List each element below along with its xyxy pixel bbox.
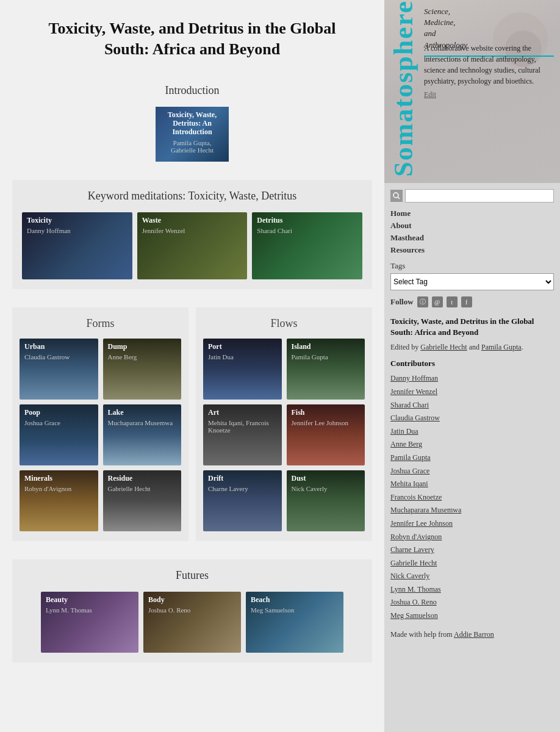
intro-section: Introduction Toxicity, Waste, Detritus: …	[12, 84, 372, 162]
nav-item-home[interactable]: Home	[390, 207, 554, 218]
svg-point-0	[393, 193, 398, 198]
keyword-card-detritus[interactable]: Detritus Sharad Chari	[252, 212, 362, 279]
nav-item-resources[interactable]: Resources	[390, 244, 554, 255]
edited-by: Edited by Gabrielle Hecht and Pamila Gup…	[390, 342, 554, 353]
page-title: Toxicity, Waste, and Detritus in the Glo…	[12, 12, 372, 66]
sidebar: Somatosphere Science,Medicine,andAnthrop…	[384, 0, 560, 732]
intro-card-author: Pamila Gupta, Gabrielle Hecht	[160, 139, 224, 154]
list-item[interactable]: Pamila Gupta	[390, 451, 554, 465]
tags-select[interactable]: Select Tag	[390, 273, 554, 290]
nav-item-about[interactable]: About	[390, 220, 554, 231]
kw-title-waste: Waste	[142, 216, 243, 224]
futures-card-beauty[interactable]: BeautyLynn M. Thomas	[41, 592, 138, 653]
email-icon[interactable]: @	[432, 296, 443, 307]
keyword-section: Keyword meditations: Toxicity, Waste, De…	[12, 180, 372, 289]
sidebar-logo-area: Somatosphere Science,Medicine,andAnthrop…	[384, 0, 560, 183]
keyword-card-waste[interactable]: Waste Jennifer Wenzel	[137, 212, 248, 279]
list-item[interactable]: Lynn M. Thomas	[390, 583, 554, 597]
forms-card-lake[interactable]: LakeMuchaparara Musemwa	[103, 404, 182, 465]
intro-card-image: Toxicity, Waste, Detritus: An Introducti…	[156, 107, 229, 162]
twitter-icon[interactable]: t	[447, 296, 458, 307]
made-with: Made with help from Addie Barron	[390, 630, 554, 639]
forms-card-poop[interactable]: PoopJoshua Grace	[20, 404, 98, 465]
kw-author-waste: Jennifer Wenzel	[142, 227, 243, 234]
list-item[interactable]: Meg Samuelson	[390, 609, 554, 623]
list-item[interactable]: Jennifer Wenzel	[390, 386, 554, 399]
forms-flows-container: Forms UrbanClaudia Gastrow DumpAnne Berg…	[12, 307, 372, 541]
list-item[interactable]: Jatin Dua	[390, 425, 554, 439]
list-item[interactable]: Robyn d'Avignon	[390, 531, 554, 544]
forms-card-residue[interactable]: ResidueGabrielle Hecht	[103, 470, 182, 531]
list-item[interactable]: Nick Caverly	[390, 570, 554, 583]
list-item[interactable]: Joshua Grace	[390, 465, 554, 478]
search-bar	[390, 189, 554, 203]
search-icon	[390, 190, 403, 202]
forms-card-dump[interactable]: DumpAnne Berg	[103, 339, 182, 400]
nav-link-masthead[interactable]: Masthead	[390, 233, 424, 242]
facebook-icon[interactable]: f	[461, 296, 472, 307]
contributors-list: Danny Hoffman Jennifer Wenzel Sharad Cha…	[390, 372, 554, 622]
list-item[interactable]: Sharad Chari	[390, 399, 554, 412]
nav-link-home[interactable]: Home	[390, 209, 411, 218]
forms-card-minerals[interactable]: MineralsRobyn d'Avignon	[20, 470, 98, 531]
forms-heading: Forms	[20, 317, 181, 330]
svg-line-1	[398, 197, 400, 199]
sidebar-inner: Home About Masthead Resources Tags Selec…	[384, 183, 560, 648]
tags-label: Tags	[390, 261, 554, 271]
keyword-grid: Toxicity Danny Hoffman Waste Jennifer We…	[22, 212, 362, 279]
kw-title-detritus: Detritus	[257, 216, 357, 224]
flows-heading: Flows	[203, 317, 365, 330]
helper-link[interactable]: Addie Barron	[454, 630, 494, 639]
collection-title: Toxicity, Waste, and Detritus in the Glo…	[390, 316, 554, 338]
nav-link-resources[interactable]: Resources	[390, 245, 425, 254]
contributors-heading: Contributors	[390, 359, 554, 368]
kw-author-toxicity: Danny Hoffman	[27, 227, 127, 234]
flows-card-fish[interactable]: FishJennifer Lee Johnson	[287, 404, 365, 465]
forms-grid: UrbanClaudia Gastrow DumpAnne Berg PoopJ…	[20, 339, 181, 531]
main-content: Toxicity, Waste, and Detritus in the Glo…	[0, 0, 384, 732]
futures-card-beach[interactable]: BeachMeg Samuelson	[246, 592, 343, 653]
flows-section: Flows PortJatin Dua IslandPamila Gupta A…	[196, 307, 372, 541]
futures-grid: BeautyLynn M. Thomas BodyJoshua O. Reno …	[22, 592, 362, 653]
flows-grid: PortJatin Dua IslandPamila Gupta ArtMehi…	[203, 339, 365, 531]
list-item[interactable]: Charne Lavery	[390, 544, 554, 557]
flows-card-dust[interactable]: DustNick Caverly	[287, 470, 365, 531]
editor2-link[interactable]: Pamila Gupta	[481, 343, 522, 351]
nav-links: Home About Masthead Resources	[390, 207, 554, 255]
keyword-heading: Keyword meditations: Toxicity, Waste, De…	[22, 190, 362, 203]
sidebar-description: A collaborative website covering the int…	[424, 43, 554, 100]
futures-heading: Futures	[22, 569, 362, 582]
brand-name: Somatosphere	[390, 0, 417, 177]
forms-section: Forms UrbanClaudia Gastrow DumpAnne Berg…	[12, 307, 188, 541]
keyword-card-toxicity[interactable]: Toxicity Danny Hoffman	[22, 212, 132, 279]
intro-card[interactable]: Toxicity, Waste, Detritus: An Introducti…	[156, 107, 229, 162]
nav-link-about[interactable]: About	[390, 221, 412, 230]
kw-title-toxicity: Toxicity	[27, 216, 127, 224]
intro-heading: Introduction	[12, 84, 372, 97]
rss-icon[interactable]: ⓘ	[417, 296, 428, 307]
list-item[interactable]: Claudia Gastrow	[390, 412, 554, 425]
futures-card-body[interactable]: BodyJoshua O. Reno	[143, 592, 241, 653]
list-item[interactable]: Anne Berg	[390, 438, 554, 451]
edit-link[interactable]: Edit	[424, 89, 554, 100]
list-item[interactable]: Jennifer Lee Johnson	[390, 517, 554, 531]
list-item[interactable]: Danny Hoffman	[390, 372, 554, 386]
flows-card-drift[interactable]: DriftCharne Lavery	[203, 470, 282, 531]
kw-author-detritus: Sharad Chari	[257, 227, 357, 234]
follow-row: Follow ⓘ @ t f	[390, 296, 554, 307]
flows-card-art[interactable]: ArtMehita Iqani, Francois Knoetze	[203, 404, 282, 465]
list-item[interactable]: Joshua O. Reno	[390, 596, 554, 609]
flows-card-island[interactable]: IslandPamila Gupta	[287, 339, 365, 400]
follow-label: Follow	[390, 297, 414, 307]
search-input[interactable]	[405, 189, 554, 203]
futures-section: Futures BeautyLynn M. Thomas BodyJoshua …	[12, 559, 372, 662]
flows-card-port[interactable]: PortJatin Dua	[203, 339, 282, 400]
list-item[interactable]: Mehita Iqani	[390, 478, 554, 491]
intro-card-title: Toxicity, Waste, Detritus: An Introducti…	[160, 110, 224, 137]
editor1-link[interactable]: Gabrielle Hecht	[420, 343, 467, 351]
list-item[interactable]: Gabrielle Hecht	[390, 557, 554, 570]
nav-item-masthead[interactable]: Masthead	[390, 232, 554, 243]
forms-card-urban[interactable]: UrbanClaudia Gastrow	[20, 339, 98, 400]
list-item[interactable]: Muchaparara Musemwa	[390, 504, 554, 517]
list-item[interactable]: Francois Knoetze	[390, 491, 554, 504]
